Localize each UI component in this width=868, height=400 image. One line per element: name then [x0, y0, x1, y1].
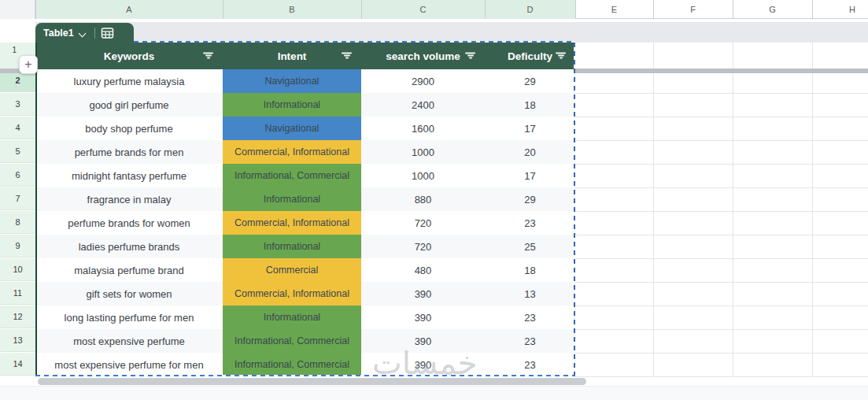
- row-header-6[interactable]: 6: [0, 164, 35, 187]
- difficulty-cell[interactable]: 29: [485, 187, 575, 211]
- search-volume-cell[interactable]: 720: [361, 235, 485, 258]
- column-header-E[interactable]: E: [575, 0, 653, 19]
- chevron-down-icon[interactable]: [79, 30, 86, 36]
- table-name-chip[interactable]: Table1: [35, 23, 134, 43]
- header-deficulty[interactable]: Deficulty: [485, 43, 575, 69]
- search-volume-cell[interactable]: 390: [361, 282, 485, 306]
- row-header-8[interactable]: 8: [0, 211, 35, 234]
- difficulty-cell[interactable]: 18: [485, 93, 575, 117]
- column-header-H[interactable]: H: [812, 0, 868, 19]
- difficulty-cell[interactable]: 17: [485, 117, 575, 140]
- gridline: [575, 353, 868, 354]
- intent-cell[interactable]: Commercial, Informational: [223, 211, 361, 235]
- table-row: good girl perfumeInformational240018: [35, 93, 575, 117]
- intent-cell[interactable]: Informational: [223, 306, 361, 329]
- search-volume-cell[interactable]: 720: [361, 211, 485, 235]
- intent-cell[interactable]: Informational, Commercial: [223, 353, 361, 376]
- keyword-cell[interactable]: body shop perfume: [35, 117, 223, 140]
- column-header-F[interactable]: F: [653, 0, 733, 19]
- gridline: [575, 140, 868, 141]
- keyword-cell[interactable]: gift sets for women: [35, 282, 223, 306]
- intent-cell[interactable]: Navigational: [223, 69, 361, 93]
- empty-grid[interactable]: [575, 43, 868, 376]
- intent-cell[interactable]: Informational: [223, 235, 361, 258]
- filter-icon[interactable]: [203, 53, 213, 60]
- difficulty-cell[interactable]: 23: [485, 306, 575, 329]
- difficulty-cell[interactable]: 18: [485, 258, 575, 282]
- row-header-12[interactable]: 12: [0, 306, 35, 328]
- filter-icon[interactable]: [342, 53, 352, 60]
- table-grid-icon[interactable]: [101, 27, 114, 39]
- intent-cell[interactable]: Commercial: [223, 258, 361, 282]
- insert-row-button[interactable]: +: [19, 55, 38, 74]
- difficulty-cell[interactable]: 25: [485, 235, 575, 258]
- keyword-cell[interactable]: long lasting perfume for men: [35, 306, 223, 329]
- keyword-cell[interactable]: good girl perfume: [35, 93, 223, 117]
- row-header-11[interactable]: 11: [0, 282, 35, 305]
- difficulty-cell[interactable]: 23: [485, 329, 575, 353]
- difficulty-cell[interactable]: 29: [485, 69, 575, 93]
- intent-cell[interactable]: Informational, Commercial: [223, 164, 361, 187]
- row-header-14[interactable]: 14: [0, 353, 35, 376]
- difficulty-cell[interactable]: 23: [485, 353, 575, 376]
- table-body: luxury perfume malaysiaNavigational29002…: [35, 69, 575, 376]
- table-row: ladies perfume brandsInformational72025: [35, 235, 575, 258]
- search-volume-cell[interactable]: 480: [361, 258, 485, 282]
- header-keywords[interactable]: Keywords: [35, 43, 223, 69]
- keyword-cell[interactable]: fragrance in malay: [35, 187, 223, 211]
- keyword-cell[interactable]: ladies perfume brands: [35, 235, 223, 258]
- table-row: most expensive perfume for menInformatio…: [35, 353, 575, 376]
- header-intent-label: Intent: [278, 50, 307, 62]
- select-all-corner[interactable]: [0, 0, 35, 19]
- column-header-A[interactable]: A: [35, 0, 223, 19]
- row-header-9[interactable]: 9: [0, 235, 35, 257]
- keyword-cell[interactable]: luxury perfume malaysia: [35, 69, 223, 93]
- row-header-13[interactable]: 13: [0, 329, 35, 352]
- keyword-cell[interactable]: most expensive perfume for men: [35, 353, 223, 376]
- table-row: gift sets for womenCommercial, Informati…: [35, 282, 575, 306]
- keyword-cell[interactable]: midnight fantasy perfume: [35, 164, 223, 187]
- difficulty-cell[interactable]: 20: [485, 140, 575, 164]
- intent-cell[interactable]: Informational: [223, 93, 361, 117]
- search-volume-cell[interactable]: 2400: [361, 93, 485, 117]
- table-row: body shop perfumeNavigational160017: [35, 117, 575, 140]
- column-header-D[interactable]: D: [485, 0, 575, 19]
- difficulty-cell[interactable]: 17: [485, 164, 575, 187]
- keyword-cell[interactable]: most expensive perfume: [35, 329, 223, 353]
- frozen-row-divider-right[interactable]: [575, 69, 868, 73]
- intent-cell[interactable]: Commercial, Informational: [223, 140, 361, 164]
- keyword-cell[interactable]: perfume brands for women: [35, 211, 223, 235]
- intent-cell[interactable]: Informational: [223, 187, 361, 211]
- column-header-B[interactable]: B: [223, 0, 361, 19]
- row-header-10[interactable]: 10: [0, 258, 35, 281]
- gridline: [575, 93, 868, 94]
- intent-cell[interactable]: Commercial, Informational: [223, 282, 361, 306]
- table-row: most expensive perfumeInformational, Com…: [35, 329, 575, 353]
- column-header-C[interactable]: C: [361, 0, 485, 19]
- table-left-border: [35, 43, 37, 376]
- difficulty-cell[interactable]: 23: [485, 211, 575, 235]
- difficulty-cell[interactable]: 13: [485, 282, 575, 306]
- search-volume-cell[interactable]: 880: [361, 187, 485, 211]
- search-volume-cell[interactable]: 390: [361, 306, 485, 329]
- search-volume-cell[interactable]: 2900: [361, 69, 485, 93]
- horizontal-scrollbar[interactable]: [38, 378, 586, 385]
- search-volume-cell[interactable]: 1000: [361, 164, 485, 187]
- column-header-G[interactable]: G: [733, 0, 812, 19]
- header-search-volume[interactable]: search volume: [361, 43, 485, 69]
- row-header-3[interactable]: 3: [0, 93, 35, 116]
- row-header-7[interactable]: 7: [0, 187, 35, 210]
- intent-cell[interactable]: Informational, Commercial: [223, 329, 361, 353]
- row-header-4[interactable]: 4: [0, 117, 35, 139]
- filter-icon[interactable]: [556, 53, 566, 60]
- table-header-row: Keywords Intent search volume Deficulty: [35, 43, 575, 69]
- header-intent[interactable]: Intent: [223, 43, 361, 69]
- search-volume-cell[interactable]: 1000: [361, 140, 485, 164]
- row-header-5[interactable]: 5: [0, 140, 35, 163]
- keyword-cell[interactable]: perfume brands for men: [35, 140, 223, 164]
- keyword-cell[interactable]: malaysia perfume brand: [35, 258, 223, 282]
- filter-icon[interactable]: [465, 53, 475, 60]
- table-row: long lasting perfume for menInformationa…: [35, 306, 575, 329]
- intent-cell[interactable]: Navigational: [223, 117, 361, 140]
- search-volume-cell[interactable]: 1600: [361, 117, 485, 140]
